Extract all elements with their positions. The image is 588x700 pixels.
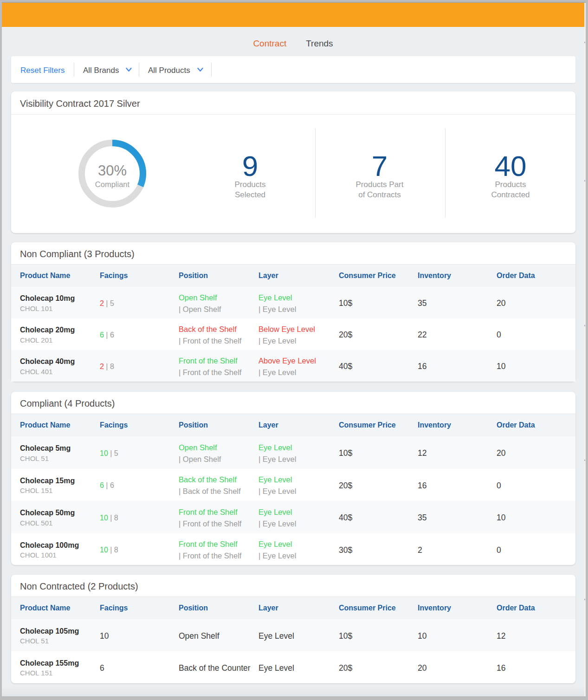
- svg-text:30%: 30%: [98, 162, 127, 179]
- svg-text:Compliant: Compliant: [95, 180, 130, 188]
